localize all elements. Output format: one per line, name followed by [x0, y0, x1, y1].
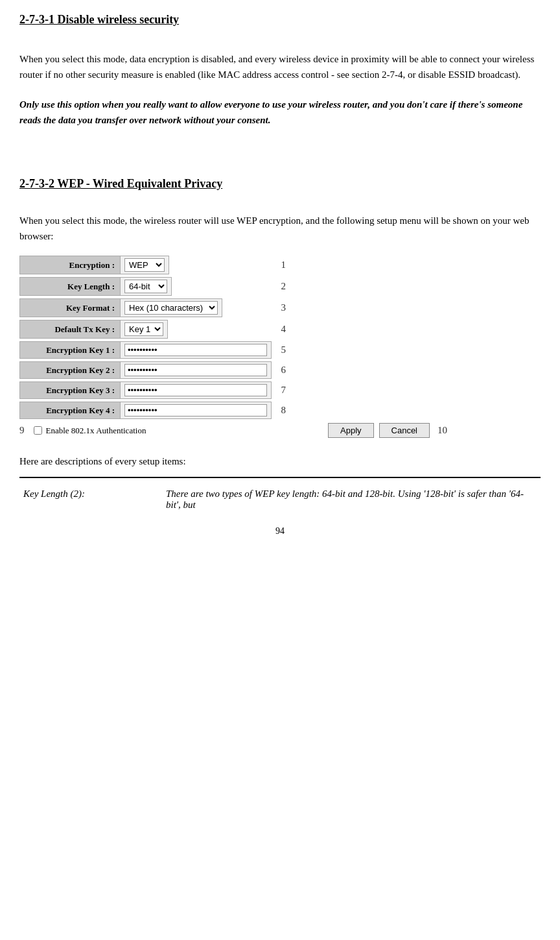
key-length-field[interactable]: 64-bit 128-bit — [121, 278, 172, 296]
row-num-4: 4 — [272, 319, 291, 340]
enc-key3-row: Encryption Key 3 : — [19, 381, 272, 399]
enable-8021x-label: Enable 802.1x Authentication — [46, 426, 146, 436]
desc-divider — [19, 477, 541, 478]
enc-key1-label: Encryption Key 1 : — [20, 342, 121, 359]
enc-key1-input[interactable] — [124, 344, 267, 356]
enc-key2-label: Encryption Key 2 : — [20, 362, 121, 379]
default-tx-key-row: Default Tx Key : Key 1 Key 2 Key 3 Key 4 — [19, 320, 168, 339]
key-length-row: Key Length : 64-bit 128-bit — [19, 277, 172, 296]
cancel-button[interactable]: Cancel — [379, 423, 430, 438]
para-wep-mode: When you select this mode, the wireless … — [19, 213, 541, 244]
row-num-2: 2 — [272, 276, 291, 297]
para-warning: Only use this option when you really wan… — [19, 97, 541, 128]
encryption-select[interactable]: WEP WPA WPA2 — [124, 258, 165, 272]
row-num-7: 7 — [272, 380, 291, 400]
key-length-label: Key Length : — [20, 278, 121, 296]
default-tx-key-field[interactable]: Key 1 Key 2 Key 3 Key 4 — [121, 320, 168, 339]
wep-form-table: Encryption : WEP WPA WPA2 1 — [19, 254, 291, 420]
encryption-row: Encryption : WEP WPA WPA2 — [19, 256, 169, 274]
row-num-5: 5 — [272, 340, 291, 360]
enc-key4-input[interactable] — [124, 404, 267, 416]
enable-8021x-checkbox[interactable] — [34, 426, 42, 435]
row-num-6: 6 — [272, 360, 291, 380]
default-tx-key-select[interactable]: Key 1 Key 2 Key 3 Key 4 — [124, 322, 163, 336]
row-num-1: 1 — [272, 254, 291, 276]
section-title-1: 2-7-3-1 Disable wireless security — [19, 13, 541, 27]
key-format-field[interactable]: Hex (10 characters) ASCII (5 characters) — [121, 299, 222, 317]
desc-section: Here are descriptions of every setup ite… — [19, 453, 541, 513]
encryption-label: Encryption : — [20, 256, 121, 274]
enc-key2-field[interactable] — [121, 362, 272, 379]
enc-key3-label: Encryption Key 3 : — [20, 382, 121, 399]
enc-key4-label: Encryption Key 4 : — [20, 402, 121, 419]
enc-key3-input[interactable] — [124, 384, 267, 396]
key-length-desc: There are two types of WEP key length: 6… — [162, 486, 541, 513]
enc-key4-field[interactable] — [121, 402, 272, 419]
enc-key4-row: Encryption Key 4 : — [19, 402, 272, 419]
enc-key1-row: Encryption Key 1 : — [19, 341, 272, 359]
key-length-term: Key Length (2): — [19, 486, 162, 513]
enc-key3-field[interactable] — [121, 382, 272, 399]
section-title-2: 2-7-3-2 WEP - Wired Equivalent Privacy — [19, 177, 541, 191]
row-num-9: 9 — [19, 425, 25, 436]
key-format-label: Key Format : — [20, 299, 121, 317]
enc-key2-row: Encryption Key 2 : — [19, 361, 272, 379]
apply-button[interactable]: Apply — [328, 423, 374, 438]
default-tx-key-label: Default Tx Key : — [20, 320, 121, 339]
key-format-row: Key Format : Hex (10 characters) ASCII (… — [19, 298, 222, 317]
desc-intro: Here are descriptions of every setup ite… — [19, 453, 541, 469]
page-number: 94 — [19, 526, 541, 536]
form-bottom-row: 9 Enable 802.1x Authentication Apply Can… — [19, 423, 447, 438]
key-format-select[interactable]: Hex (10 characters) ASCII (5 characters) — [124, 301, 218, 315]
row-num-8: 8 — [272, 400, 291, 420]
enc-key1-field[interactable] — [121, 342, 272, 359]
encryption-field[interactable]: WEP WPA WPA2 — [121, 256, 169, 274]
desc-table: Key Length (2): There are two types of W… — [19, 486, 541, 513]
para-disable-mode: When you select this mode, data encrypti… — [19, 51, 541, 82]
row-num-3: 3 — [272, 297, 291, 319]
enc-key2-input[interactable] — [124, 364, 267, 376]
key-length-select[interactable]: 64-bit 128-bit — [124, 280, 167, 293]
row-num-10: 10 — [438, 425, 447, 436]
